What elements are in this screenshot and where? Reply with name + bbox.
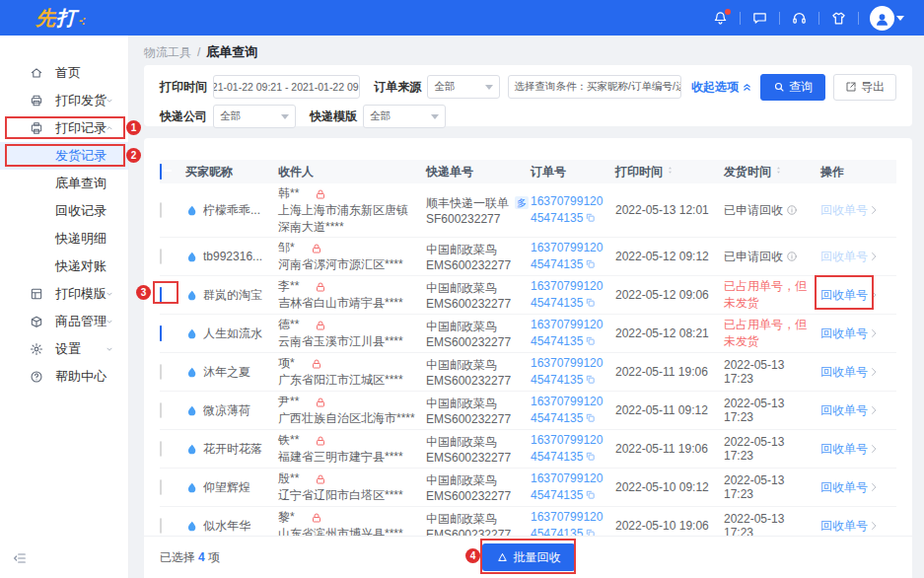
breadcrumb-parent[interactable]: 物流工具 <box>144 44 191 61</box>
sidebar-subitem-回收记录[interactable]: 回收记录 <box>0 197 128 225</box>
sidebar-subitem-底单查询[interactable]: 底单查询 <box>0 170 128 197</box>
chevron-down-icon <box>281 114 289 119</box>
copy-icon[interactable] <box>585 489 596 500</box>
sidebar-subitem-快递对账[interactable]: 快递对账 <box>0 253 128 280</box>
row-checkbox[interactable] <box>160 249 162 264</box>
chat-icon[interactable] <box>751 10 768 27</box>
order-number-link[interactable]: 1637079912045474135 <box>531 241 603 271</box>
export-button[interactable]: 导出 <box>833 74 896 101</box>
ship-time-cell: 2022-05-13 17:23 <box>724 435 820 463</box>
storefront-icon[interactable] <box>830 10 847 27</box>
chevron-down-icon <box>105 96 114 106</box>
recycle-waybill-link[interactable]: 回收单号 <box>820 325 868 342</box>
order-source-select[interactable]: 全部 <box>427 75 499 99</box>
recycle-waybill-link[interactable]: 回收单号 <box>820 402 868 419</box>
print-time-cell: 2022-05-12 09:06 <box>615 288 724 302</box>
copy-icon[interactable] <box>585 374 596 385</box>
search-button[interactable]: 查询 <box>760 74 825 101</box>
ship-status: 已申请回收 <box>724 203 783 217</box>
recipient-name-line: 邹* <box>278 240 418 256</box>
order-number-link[interactable]: 1637079912045474135 <box>531 395 603 425</box>
courier-number: EMS600232277 <box>426 335 523 349</box>
select-all-checkbox[interactable] <box>160 164 162 180</box>
courier-template-select[interactable]: 全部 <box>363 105 446 128</box>
row-checkbox[interactable] <box>160 287 162 303</box>
info-icon[interactable] <box>786 251 798 262</box>
row-expand-chevron-icon[interactable] <box>868 520 880 532</box>
recycle-waybill-link[interactable]: 回收单号 <box>820 287 868 304</box>
row-expand-chevron-icon[interactable] <box>868 289 880 301</box>
order-number-link[interactable]: 1637079912045474135 <box>531 433 603 464</box>
column-header-buyer: 买家昵称 <box>185 164 278 181</box>
copy-icon[interactable] <box>585 212 596 223</box>
row-checkbox[interactable] <box>160 518 162 534</box>
copy-icon[interactable] <box>585 297 596 308</box>
collapse-options-link[interactable]: 收起选项 <box>691 79 752 96</box>
sidebar-item-首页[interactable]: 首页 <box>0 59 128 87</box>
row-checkbox[interactable] <box>160 325 162 341</box>
chevron-down-icon <box>105 317 114 326</box>
query-condition-select[interactable]: 选择查询条件：买家昵称/订单编号/运单号/... <box>508 75 681 99</box>
recipient-address: 云南省玉溪市江川县**** <box>278 333 418 349</box>
row-checkbox[interactable] <box>160 364 162 380</box>
search-icon <box>773 81 785 93</box>
row-expand-chevron-icon[interactable] <box>868 366 880 378</box>
sidebar-item-商品管理[interactable]: 商品管理 <box>0 308 128 335</box>
copy-icon[interactable] <box>585 412 596 423</box>
row-expand-chevron-icon[interactable] <box>868 481 880 493</box>
order-number-link[interactable]: 1637079912045474135 <box>531 279 603 310</box>
avatar[interactable] <box>870 6 894 31</box>
recipient-name-line: 项* <box>278 355 418 372</box>
recycle-waybill-link[interactable]: 回收单号 <box>820 518 868 535</box>
print-time-range-input[interactable]: 2021-01-22 09:21 - 2021-01-22 09:21 <box>213 75 360 99</box>
order-number-link[interactable]: 1637079912045474135 <box>531 471 603 502</box>
batch-recycle-button[interactable]: 批量回收 <box>482 543 575 571</box>
courier-number: EMS600232277 <box>426 451 523 465</box>
app-window: 先 打 -: <box>0 0 924 578</box>
recycle-waybill-link[interactable]: 回收单号 <box>820 441 868 458</box>
order-number-link[interactable]: 1637079912045474135 <box>531 194 603 225</box>
sort-icon <box>666 165 675 176</box>
print-time-cell: 2022-05-11 19:06 <box>615 442 724 456</box>
print-time-cell: 2022-05-11 19:06 <box>615 365 724 379</box>
order-number-link[interactable]: 1637079912045474135 <box>531 356 603 387</box>
sidebar-item-打印发货[interactable]: 打印发货 <box>0 87 128 114</box>
sidebar-item-帮助中心[interactable]: 帮助中心 <box>0 363 128 391</box>
copy-icon[interactable] <box>585 335 596 346</box>
sidebar-item-设置[interactable]: 设置 <box>0 335 128 363</box>
row-checkbox[interactable] <box>160 402 162 418</box>
courier-template-label: 快递模版 <box>310 108 357 125</box>
courier-number: EMS600232277 <box>426 258 523 272</box>
row-expand-chevron-icon[interactable] <box>868 443 880 455</box>
row-expand-chevron-icon[interactable] <box>868 404 880 416</box>
recipient-cell: 德**云南省玉溪市江川县**** <box>278 317 426 349</box>
row-checkbox[interactable] <box>160 202 162 218</box>
sidebar-collapse-icon[interactable] <box>12 550 28 566</box>
sidebar-item-打印模版[interactable]: 打印模版 <box>0 280 128 308</box>
order-cell: 1637079912045474135 <box>531 470 615 504</box>
sidebar-subitem-发货记录[interactable]: 发货记录 <box>0 142 128 170</box>
courier-name: 中国邮政菜鸟 <box>426 472 523 489</box>
headset-icon[interactable] <box>791 10 808 27</box>
copy-icon[interactable] <box>585 451 596 462</box>
row-expand-chevron-icon[interactable] <box>868 327 880 339</box>
user-menu[interactable] <box>870 6 904 31</box>
order-number-link[interactable]: 1637079912045474135 <box>531 318 603 348</box>
courier-company-select[interactable]: 全部 <box>213 105 296 128</box>
recycle-waybill-link[interactable]: 回收单号 <box>820 479 868 496</box>
row-checkbox[interactable] <box>160 441 162 457</box>
sidebar-item-打印记录[interactable]: 打印记录 <box>0 114 128 142</box>
action-cell: 回收单号 <box>820 402 901 419</box>
row-expand-chevron-icon[interactable] <box>868 204 880 216</box>
row-expand-chevron-icon[interactable] <box>868 251 880 262</box>
bell-icon[interactable] <box>712 10 729 27</box>
export-button-label: 导出 <box>861 79 885 96</box>
sidebar-subitem-快递明细[interactable]: 快递明细 <box>0 225 128 253</box>
copy-icon[interactable] <box>585 258 596 269</box>
recycle-waybill-link[interactable]: 回收单号 <box>820 364 868 381</box>
row-checkbox[interactable] <box>160 479 162 495</box>
info-icon[interactable] <box>786 204 798 216</box>
privacy-lock-icon <box>315 320 326 331</box>
recipient-name: 殷** <box>278 470 299 487</box>
row-checkbox-cell <box>160 403 185 417</box>
